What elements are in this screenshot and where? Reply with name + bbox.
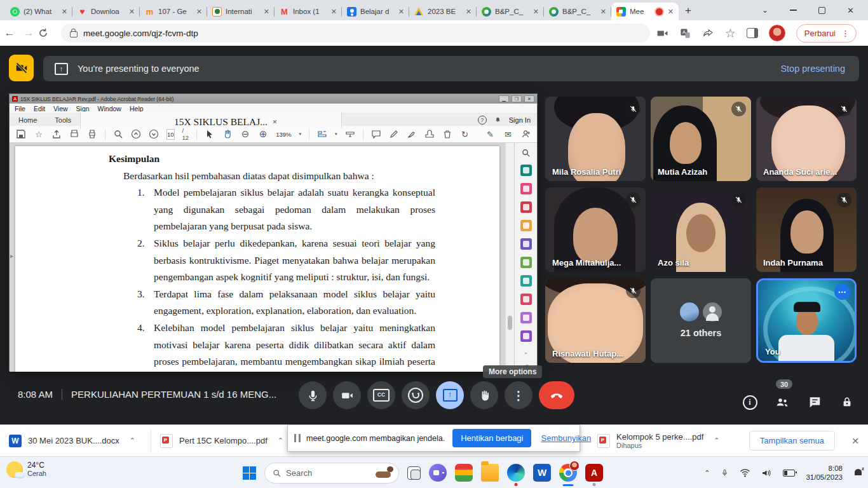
taskbar-search[interactable]: Search (264, 463, 399, 484)
task-view-button[interactable] (407, 466, 421, 480)
tab-close-icon[interactable]: ✕ (533, 8, 539, 16)
pencil-icon[interactable] (389, 129, 399, 139)
stop-sharing-button[interactable]: Hentikan berbagi (452, 429, 531, 447)
self-tile[interactable]: ⋯ You (756, 278, 857, 363)
scrollbar[interactable] (505, 143, 514, 372)
refresh-button[interactable] (38, 28, 57, 38)
mic-button[interactable] (299, 381, 327, 409)
restore-button[interactable] (818, 7, 825, 14)
organize-pages-icon[interactable] (520, 183, 532, 194)
favorite-star-icon[interactable]: ☆ (34, 129, 44, 139)
back-button[interactable]: ← (0, 27, 19, 39)
app-chrome[interactable] (559, 464, 577, 482)
captions-button[interactable] (367, 381, 395, 409)
tab-close-icon[interactable]: ✕ (331, 8, 337, 16)
convert-icon[interactable] (520, 275, 532, 287)
comment-icon[interactable] (371, 129, 381, 139)
fill-and-sign-icon[interactable] (520, 294, 532, 305)
app-chat[interactable] (429, 464, 447, 482)
add-account-icon[interactable] (521, 129, 531, 139)
minimize-button[interactable] (790, 10, 797, 11)
redo-icon[interactable]: ↻ (460, 129, 470, 139)
select-tool-icon[interactable] (205, 129, 215, 139)
chat-button[interactable] (806, 394, 823, 410)
tab-downloads[interactable]: ♥Downloa✕ (72, 3, 140, 20)
update-menu-button[interactable]: Perbarui ⋮ (796, 24, 857, 43)
tab-107[interactable]: m107 - Ge✕ (140, 3, 207, 20)
app-word[interactable] (533, 464, 551, 482)
delete-icon[interactable] (442, 129, 452, 139)
weather-widget[interactable]: 24°C Cerah (6, 461, 46, 478)
pdf-page[interactable]: Kesimpulan Berdasarkan hsil pembahasan d… (15, 146, 499, 372)
help-icon[interactable]: ? (478, 116, 487, 125)
present-button[interactable] (436, 381, 464, 409)
email-icon[interactable]: ✉ (503, 129, 513, 139)
app-edge[interactable] (507, 464, 525, 482)
reactions-button[interactable] (402, 381, 430, 409)
tab-2023[interactable]: 2023 BE✕ (409, 3, 477, 20)
participant-tile[interactable]: Mila Rosalia Putri (545, 97, 646, 181)
tab-close-icon[interactable]: ✕ (62, 8, 67, 16)
download-caret-icon[interactable]: ⌃ (130, 437, 135, 445)
battery-icon[interactable] (783, 470, 795, 477)
wifi-icon[interactable] (740, 468, 750, 477)
print-icon[interactable] (87, 129, 97, 139)
end-call-button[interactable] (539, 381, 574, 409)
address-bar[interactable]: meet.google.com/qjz-fcvm-dtp (61, 24, 650, 43)
download-item[interactable]: Pert 15C Kelompo....pdf ⌃ (160, 425, 283, 456)
camera-button[interactable] (333, 381, 361, 409)
tab-belajar[interactable]: Belajar d✕ (342, 3, 409, 20)
create-pdf-icon[interactable] (520, 201, 532, 213)
participant-tile[interactable]: Risnawati Hutap... (545, 278, 646, 363)
download-item[interactable]: 30 Mei 2023 BUK....docx ⌃ (9, 425, 135, 456)
fill-sign-icon[interactable] (407, 129, 417, 139)
tab-close-icon[interactable]: ✕ (129, 8, 135, 16)
find-icon[interactable] (113, 129, 123, 139)
page-up-icon[interactable] (131, 129, 141, 139)
fit-width-icon[interactable] (317, 129, 327, 139)
menu-view[interactable]: View (53, 105, 68, 112)
download-caret-icon[interactable]: ⌃ (714, 437, 719, 445)
rail-more-icon[interactable]: ⌄ (524, 349, 529, 355)
profile-avatar[interactable] (769, 25, 785, 41)
participant-tile[interactable]: Mega Miftahulja... (545, 187, 646, 272)
tile-more-options-button[interactable]: ⋯ (834, 284, 850, 300)
save-icon[interactable] (16, 129, 26, 139)
tab-inbox[interactable]: MInbox (1✕ (275, 3, 342, 20)
zoom-in-icon[interactable]: ⊕ (258, 129, 268, 139)
tab-search-icon[interactable]: ⌄ (762, 6, 768, 15)
tab-document[interactable]: 15X SIKLUS BELAJ...✕ (80, 112, 342, 128)
left-panel-toggle-icon[interactable]: ▸ (10, 252, 13, 259)
notification-bell-icon[interactable] (853, 468, 863, 477)
acrobat-document-area[interactable]: Kesimpulan Berdasarkan hsil pembahasan d… (10, 143, 537, 372)
hide-dialog-link[interactable]: Sembunyikan (541, 433, 591, 443)
share-icon[interactable] (702, 27, 714, 39)
stamp-icon[interactable] (424, 129, 435, 139)
show-all-downloads-button[interactable]: Tampilkan semua (749, 431, 835, 451)
stop-presenting-button[interactable]: Stop presenting (780, 64, 845, 74)
side-panel-icon[interactable] (747, 28, 758, 38)
tab-document-close-icon[interactable]: ✕ (273, 114, 278, 131)
tab-whatsapp[interactable]: (2) What✕ (5, 3, 72, 20)
forward-button[interactable]: → (19, 27, 38, 39)
request-signatures-icon[interactable] (520, 330, 532, 342)
participant-tile[interactable]: Mutia Azizah (651, 97, 751, 181)
sign-request-icon[interactable]: ✎ (485, 129, 496, 139)
tab-bp1[interactable]: B&P_C_✕ (477, 3, 544, 20)
tab-close-icon[interactable]: ✕ (466, 8, 471, 16)
measure-icon[interactable] (345, 129, 355, 139)
tab-meet-active[interactable]: Mee✕ (611, 3, 679, 20)
print-setup-icon[interactable] (69, 129, 79, 139)
zoom-level-select[interactable]: 139% (276, 131, 291, 138)
more-tools-icon[interactable] (520, 312, 532, 323)
start-button[interactable] (243, 466, 256, 480)
translate-icon[interactable]: A (679, 27, 691, 39)
hand-tool-icon[interactable] (222, 129, 233, 139)
participant-tile[interactable]: Azo sila (651, 187, 751, 272)
tab-close-icon[interactable]: ✕ (196, 8, 202, 16)
app-file-explorer[interactable] (481, 464, 499, 482)
taskbar-clock[interactable]: 8:08 31/05/2023 (806, 464, 843, 482)
export-pdf-icon[interactable] (520, 165, 532, 176)
bookmark-star-icon[interactable]: ☆ (725, 26, 736, 41)
bell-icon[interactable] (494, 116, 501, 124)
